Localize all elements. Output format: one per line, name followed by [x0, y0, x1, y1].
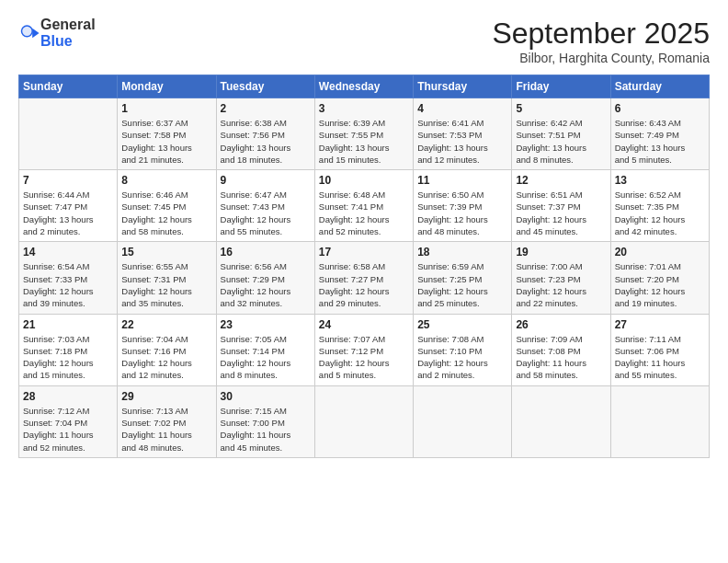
- logo-text-general: General: [40, 17, 96, 32]
- calendar-cell: 15Sunrise: 6:55 AM Sunset: 7:31 PM Dayli…: [118, 242, 216, 314]
- svg-marker-2: [32, 29, 39, 38]
- calendar-cell: [19, 98, 118, 170]
- month-title: September 2025: [492, 17, 710, 51]
- col-header-saturday: Saturday: [610, 75, 709, 98]
- week-row-0: 1Sunrise: 6:37 AM Sunset: 7:58 PM Daylig…: [19, 98, 710, 170]
- calendar-cell: [314, 385, 413, 457]
- day-info: Sunrise: 7:08 AM Sunset: 7:10 PM Dayligh…: [417, 333, 507, 382]
- calendar-cell: 11Sunrise: 6:50 AM Sunset: 7:39 PM Dayli…: [414, 170, 512, 242]
- day-number: 3: [319, 102, 409, 115]
- calendar-cell: 3Sunrise: 6:39 AM Sunset: 7:55 PM Daylig…: [314, 98, 413, 170]
- week-row-2: 14Sunrise: 6:54 AM Sunset: 7:33 PM Dayli…: [19, 242, 710, 314]
- day-info: Sunrise: 6:41 AM Sunset: 7:53 PM Dayligh…: [417, 117, 507, 166]
- calendar-cell: 30Sunrise: 7:15 AM Sunset: 7:00 PM Dayli…: [216, 385, 314, 457]
- day-number: 17: [319, 246, 409, 259]
- logo-text-blue: Blue: [40, 33, 73, 49]
- calendar-cell: 29Sunrise: 7:13 AM Sunset: 7:02 PM Dayli…: [118, 385, 216, 457]
- day-info: Sunrise: 6:38 AM Sunset: 7:56 PM Dayligh…: [221, 117, 311, 166]
- day-number: 27: [615, 318, 705, 331]
- col-header-friday: Friday: [512, 75, 610, 98]
- calendar-cell: 14Sunrise: 6:54 AM Sunset: 7:33 PM Dayli…: [19, 242, 118, 314]
- calendar-cell: 4Sunrise: 6:41 AM Sunset: 7:53 PM Daylig…: [414, 98, 512, 170]
- calendar-cell: [512, 385, 610, 457]
- day-number: 4: [417, 102, 507, 115]
- week-row-3: 21Sunrise: 7:03 AM Sunset: 7:18 PM Dayli…: [19, 314, 710, 385]
- calendar-cell: 28Sunrise: 7:12 AM Sunset: 7:04 PM Dayli…: [19, 385, 118, 457]
- day-info: Sunrise: 7:12 AM Sunset: 7:04 PM Dayligh…: [23, 405, 113, 454]
- calendar-cell: 25Sunrise: 7:08 AM Sunset: 7:10 PM Dayli…: [414, 314, 512, 385]
- day-number: 25: [417, 318, 507, 331]
- day-info: Sunrise: 6:56 AM Sunset: 7:29 PM Dayligh…: [221, 260, 311, 309]
- calendar-cell: 10Sunrise: 6:48 AM Sunset: 7:41 PM Dayli…: [314, 170, 413, 242]
- day-number: 10: [319, 174, 409, 187]
- calendar-cell: [414, 385, 512, 457]
- day-info: Sunrise: 7:15 AM Sunset: 7:00 PM Dayligh…: [221, 405, 311, 454]
- day-number: 23: [221, 318, 311, 331]
- day-number: 24: [319, 318, 409, 331]
- day-number: 19: [516, 246, 606, 259]
- day-info: Sunrise: 6:48 AM Sunset: 7:41 PM Dayligh…: [319, 189, 409, 237]
- calendar-cell: 1Sunrise: 6:37 AM Sunset: 7:58 PM Daylig…: [118, 98, 216, 170]
- day-number: 16: [221, 246, 311, 259]
- calendar-cell: 7Sunrise: 6:44 AM Sunset: 7:47 PM Daylig…: [19, 170, 118, 242]
- calendar-cell: 22Sunrise: 7:04 AM Sunset: 7:16 PM Dayli…: [118, 314, 216, 385]
- calendar-table: SundayMondayTuesdayWednesdayThursdayFrid…: [18, 75, 710, 458]
- day-number: 13: [615, 174, 705, 187]
- day-number: 22: [121, 318, 211, 331]
- day-info: Sunrise: 6:52 AM Sunset: 7:35 PM Dayligh…: [615, 189, 705, 237]
- day-number: 26: [516, 318, 606, 331]
- logo: General Blue: [18, 17, 96, 50]
- calendar-cell: 21Sunrise: 7:03 AM Sunset: 7:18 PM Dayli…: [19, 314, 118, 385]
- day-info: Sunrise: 6:51 AM Sunset: 7:37 PM Dayligh…: [516, 189, 606, 237]
- day-info: Sunrise: 6:43 AM Sunset: 7:49 PM Dayligh…: [615, 117, 705, 166]
- day-number: 2: [221, 102, 311, 115]
- calendar-cell: 8Sunrise: 6:46 AM Sunset: 7:45 PM Daylig…: [118, 170, 216, 242]
- day-number: 8: [121, 174, 211, 187]
- calendar-cell: 9Sunrise: 6:47 AM Sunset: 7:43 PM Daylig…: [216, 170, 314, 242]
- week-row-4: 28Sunrise: 7:12 AM Sunset: 7:04 PM Dayli…: [19, 385, 710, 457]
- day-info: Sunrise: 6:54 AM Sunset: 7:33 PM Dayligh…: [23, 260, 113, 309]
- day-number: 15: [121, 246, 211, 259]
- day-number: 11: [417, 174, 507, 187]
- day-info: Sunrise: 6:46 AM Sunset: 7:45 PM Dayligh…: [121, 189, 211, 237]
- day-info: Sunrise: 7:05 AM Sunset: 7:14 PM Dayligh…: [221, 333, 311, 382]
- day-number: 1: [121, 102, 211, 115]
- day-number: 20: [615, 246, 705, 259]
- calendar-cell: 20Sunrise: 7:01 AM Sunset: 7:20 PM Dayli…: [610, 242, 709, 314]
- calendar-cell: 26Sunrise: 7:09 AM Sunset: 7:08 PM Dayli…: [512, 314, 610, 385]
- day-info: Sunrise: 6:47 AM Sunset: 7:43 PM Dayligh…: [221, 189, 311, 237]
- day-info: Sunrise: 7:03 AM Sunset: 7:18 PM Dayligh…: [23, 333, 113, 382]
- col-header-wednesday: Wednesday: [314, 75, 413, 98]
- day-number: 18: [417, 246, 507, 259]
- calendar-cell: 19Sunrise: 7:00 AM Sunset: 7:23 PM Dayli…: [512, 242, 610, 314]
- day-number: 7: [23, 174, 113, 187]
- calendar-cell: [610, 385, 709, 457]
- calendar-cell: 12Sunrise: 6:51 AM Sunset: 7:37 PM Dayli…: [512, 170, 610, 242]
- calendar-cell: 5Sunrise: 6:42 AM Sunset: 7:51 PM Daylig…: [512, 98, 610, 170]
- location-title: Bilbor, Harghita County, Romania: [492, 51, 710, 65]
- calendar-cell: 6Sunrise: 6:43 AM Sunset: 7:49 PM Daylig…: [610, 98, 709, 170]
- day-info: Sunrise: 6:58 AM Sunset: 7:27 PM Dayligh…: [319, 260, 409, 309]
- day-number: 30: [221, 390, 311, 403]
- day-info: Sunrise: 6:37 AM Sunset: 7:58 PM Dayligh…: [121, 117, 211, 166]
- day-info: Sunrise: 6:44 AM Sunset: 7:47 PM Dayligh…: [23, 189, 113, 237]
- calendar-cell: 27Sunrise: 7:11 AM Sunset: 7:06 PM Dayli…: [610, 314, 709, 385]
- calendar-cell: 18Sunrise: 6:59 AM Sunset: 7:25 PM Dayli…: [414, 242, 512, 314]
- col-header-monday: Monday: [118, 75, 216, 98]
- day-number: 6: [615, 102, 705, 115]
- page-container: General Blue September 2025 Bilbor, Harg…: [0, 0, 728, 467]
- day-number: 14: [23, 246, 113, 259]
- logo-icon: [20, 23, 40, 43]
- calendar-cell: 13Sunrise: 6:52 AM Sunset: 7:35 PM Dayli…: [610, 170, 709, 242]
- day-info: Sunrise: 7:11 AM Sunset: 7:06 PM Dayligh…: [615, 333, 705, 382]
- day-info: Sunrise: 7:07 AM Sunset: 7:12 PM Dayligh…: [319, 333, 409, 382]
- title-area: September 2025 Bilbor, Harghita County, …: [492, 17, 710, 65]
- col-header-tuesday: Tuesday: [216, 75, 314, 98]
- day-number: 29: [121, 390, 211, 403]
- day-info: Sunrise: 6:39 AM Sunset: 7:55 PM Dayligh…: [319, 117, 409, 166]
- day-number: 9: [221, 174, 311, 187]
- day-info: Sunrise: 6:50 AM Sunset: 7:39 PM Dayligh…: [417, 189, 507, 237]
- calendar-cell: 17Sunrise: 6:58 AM Sunset: 7:27 PM Dayli…: [314, 242, 413, 314]
- day-info: Sunrise: 7:00 AM Sunset: 7:23 PM Dayligh…: [516, 260, 606, 309]
- calendar-cell: 2Sunrise: 6:38 AM Sunset: 7:56 PM Daylig…: [216, 98, 314, 170]
